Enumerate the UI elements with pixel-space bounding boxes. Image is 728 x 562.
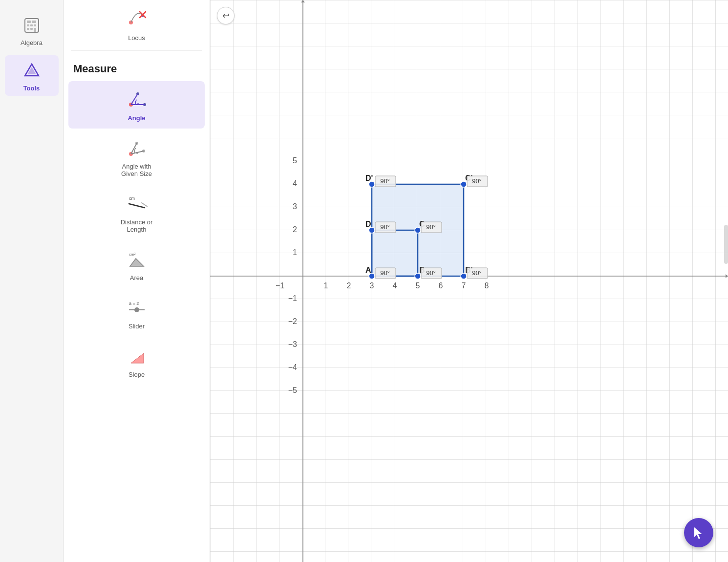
scroll-handle[interactable] (724, 225, 728, 264)
svg-rect-8 (32, 21, 36, 23)
svg-text:7: 7 (462, 281, 466, 290)
tool-slope[interactable]: Slope (68, 338, 205, 385)
svg-text:90°: 90° (380, 177, 390, 185)
svg-text:D: D (365, 220, 371, 228)
undo-button[interactable]: ↩ (217, 7, 235, 24)
distance-icon: cm (125, 192, 149, 216)
svg-rect-5 (27, 28, 29, 30)
calculator-icon (20, 14, 43, 37)
svg-text:cm: cm (129, 196, 135, 201)
tool-area[interactable]: cm² Area (68, 241, 205, 288)
sidebar-algebra-label: Algebra (21, 39, 43, 46)
sidebar: Algebra Tools (0, 0, 64, 562)
angle-given-size-icon: α (125, 136, 149, 160)
graph-area[interactable]: ↩ −1 1 2 (210, 0, 728, 562)
tools-icon (20, 59, 43, 83)
tools-panel: Locus Measure α Angle (64, 0, 210, 562)
svg-text:5: 5 (293, 156, 297, 165)
svg-text:−1: −1 (288, 294, 297, 303)
svg-text:1: 1 (324, 281, 328, 290)
svg-line-28 (129, 204, 145, 208)
svg-text:3: 3 (293, 202, 297, 211)
tool-area-label: Area (130, 274, 143, 281)
svg-text:D': D' (365, 174, 373, 182)
slider-icon: a = 2 (125, 296, 149, 320)
svg-text:6: 6 (439, 281, 443, 290)
tools-divider-1 (71, 50, 202, 51)
tool-angle-given-size[interactable]: α Angle with Given Size (68, 130, 205, 184)
svg-text:−5: −5 (288, 386, 297, 394)
svg-text:2: 2 (293, 225, 297, 234)
svg-text:−2: −2 (288, 317, 297, 325)
svg-text:α: α (136, 151, 138, 155)
svg-text:2: 2 (347, 281, 351, 290)
svg-rect-3 (30, 24, 33, 26)
svg-text:a = 2: a = 2 (129, 301, 139, 306)
svg-text:4: 4 (293, 179, 297, 188)
angle-icon: α (125, 88, 149, 111)
tool-locus-label: Locus (128, 34, 145, 42)
svg-point-34 (134, 307, 139, 312)
graph-canvas: −1 1 2 3 4 5 6 7 8 5 4 3 2 1 −1 −2 −3 −4… (210, 0, 728, 562)
sidebar-item-algebra[interactable]: Algebra (5, 10, 59, 50)
svg-text:5: 5 (416, 281, 420, 290)
svg-text:−1: −1 (276, 281, 284, 290)
measure-section-title: Measure (64, 53, 210, 80)
locus-icon (125, 8, 149, 31)
slope-icon (125, 345, 149, 368)
svg-text:cm²: cm² (129, 252, 136, 257)
svg-text:90°: 90° (472, 269, 482, 277)
svg-text:1: 1 (293, 248, 297, 257)
sidebar-tools-label: Tools (23, 85, 40, 92)
svg-rect-4 (34, 24, 36, 26)
tool-slope-label: Slope (128, 371, 145, 378)
svg-rect-7 (34, 28, 36, 32)
svg-rect-6 (30, 28, 33, 30)
svg-text:90°: 90° (472, 177, 482, 185)
tool-angle-label: Angle (128, 114, 145, 122)
svg-text:4: 4 (393, 281, 397, 290)
svg-marker-84 (694, 527, 702, 539)
tool-distance-label: Distance orLength (121, 218, 153, 233)
area-icon: cm² (125, 248, 149, 271)
svg-text:90°: 90° (426, 223, 436, 231)
svg-text:90°: 90° (426, 269, 436, 277)
svg-text:3: 3 (370, 281, 374, 290)
svg-text:−4: −4 (288, 363, 297, 371)
svg-line-29 (142, 203, 148, 207)
svg-rect-37 (210, 0, 728, 562)
tool-slider[interactable]: a = 2 Slider (68, 289, 205, 337)
svg-marker-35 (131, 353, 144, 363)
fab-cursor-button[interactable] (684, 518, 713, 547)
tool-locus[interactable]: Locus (68, 1, 205, 48)
sidebar-item-tools[interactable]: Tools (5, 55, 59, 96)
svg-text:α: α (137, 102, 139, 106)
tool-slider-label: Slider (128, 323, 145, 330)
tool-angle-given-size-label: Angle with Given Size (121, 163, 152, 177)
svg-text:90°: 90° (380, 269, 390, 277)
svg-text:8: 8 (485, 281, 489, 290)
tool-distance-length[interactable]: cm Distance orLength (68, 185, 205, 240)
svg-text:90°: 90° (380, 223, 390, 231)
svg-text:−3: −3 (288, 340, 297, 348)
svg-rect-1 (27, 21, 31, 23)
svg-text:A: A (365, 266, 371, 274)
svg-rect-2 (27, 24, 29, 26)
svg-marker-31 (130, 259, 144, 266)
tool-angle[interactable]: α Angle (68, 81, 205, 129)
